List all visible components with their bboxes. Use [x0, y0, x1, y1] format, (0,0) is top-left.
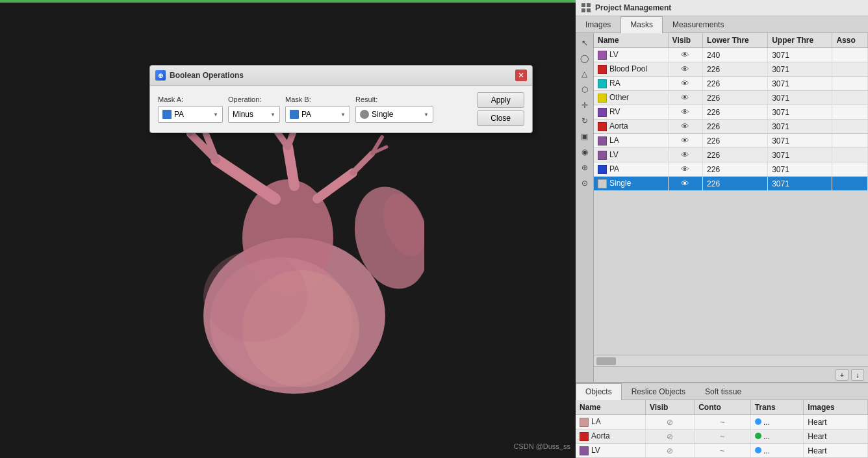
mask-name: Single — [594, 177, 668, 191]
mask-visible[interactable]: 👁 — [668, 77, 702, 91]
svg-line-14 — [317, 173, 353, 199]
eye-icon: 👁 — [681, 79, 689, 88]
mask-visible[interactable]: 👁 — [668, 177, 702, 191]
object-row[interactable]: LA⊘~ ...Heart — [576, 415, 868, 429]
eye-icon: 👁 — [681, 164, 689, 174]
main-content: ↖ ◯ △ ⬡ ✛ ↻ ▣ ◉ ⊕ ⊙ Name V — [576, 33, 868, 382]
mask-visible[interactable]: 👁 — [668, 148, 702, 162]
mask-visible[interactable]: 👁 — [668, 134, 702, 148]
object-visible[interactable]: ⊘ — [645, 415, 694, 429]
eye-icon: 👁 — [681, 179, 689, 188]
masks-scrollbar[interactable] — [594, 355, 868, 366]
mask-visible[interactable]: 👁 — [668, 48, 702, 62]
object-visible[interactable]: ⊘ — [645, 429, 694, 444]
add-mask-button[interactable]: + — [836, 369, 849, 381]
object-row[interactable]: Aorta⊘~ ...Heart — [576, 429, 868, 444]
mask-visible[interactable]: 👁 — [668, 120, 702, 134]
sidebar-icon-box[interactable]: ⬡ — [578, 83, 592, 97]
tab-images[interactable]: Images — [576, 16, 620, 32]
object-trans[interactable]: ... — [750, 429, 804, 444]
mask-row[interactable]: RV👁2263071 — [594, 105, 868, 120]
mask-row[interactable]: RA👁2263071 — [594, 77, 868, 91]
sidebar-icon-rotate[interactable]: ↻ — [578, 114, 592, 128]
sidebar-icon-move[interactable]: ✛ — [578, 98, 592, 112]
obj-col-contour: Conto — [695, 400, 750, 415]
col-visible: Visib — [668, 33, 702, 48]
sidebar-icon-plus[interactable]: ⊕ — [578, 160, 592, 175]
mask-a-select[interactable]: PA ▼ — [158, 106, 223, 123]
mask-color-dot — [598, 51, 607, 60]
sidebar-icon-camera[interactable]: ⊙ — [578, 176, 592, 190]
object-trans[interactable]: ... — [750, 415, 804, 429]
col-lower: Lower Thre — [703, 33, 768, 48]
sidebar-icon-triangle[interactable]: △ — [578, 67, 592, 81]
col-upper: Upper Thre — [768, 33, 832, 48]
object-name: Aorta — [576, 429, 645, 444]
mask-name: Other — [594, 91, 668, 105]
mask-row[interactable]: Other👁2263071 — [594, 91, 868, 105]
object-visible[interactable]: ⊘ — [645, 444, 694, 458]
scroll-thumb[interactable] — [596, 357, 616, 365]
tab-masks[interactable]: Masks — [620, 16, 663, 33]
mask-row[interactable]: Aorta👁2263071 — [594, 120, 868, 134]
mask-name: RV — [594, 105, 668, 120]
mask-lower: 226 — [703, 91, 768, 105]
mask-visible[interactable]: 👁 — [668, 91, 702, 105]
object-name: LV — [576, 444, 645, 458]
mask-visible[interactable]: 👁 — [668, 105, 702, 120]
mask-color-dot — [598, 165, 607, 174]
object-trans[interactable]: ... — [750, 444, 804, 458]
mask-name: LV — [594, 148, 668, 162]
tab-reslice[interactable]: Reslice Objects — [622, 383, 695, 400]
tab-soft-tissue[interactable]: Soft tissue — [695, 383, 751, 400]
result-select[interactable]: Single ▼ — [355, 106, 433, 123]
mask-upper: 3071 — [768, 134, 832, 148]
operation-value: Minus — [233, 110, 268, 119]
mask-name: Aorta — [594, 120, 668, 134]
mask-row[interactable]: LV👁2263071 — [594, 148, 868, 162]
sidebar-icon-cube[interactable]: ▣ — [578, 129, 592, 144]
dialog-body: Mask A: PA ▼ Operation: Minus ▼ Mask B: — [150, 86, 532, 133]
mask-upper: 3071 — [768, 148, 832, 162]
dialog-title-text: Boolean Operations — [170, 71, 244, 80]
mask-row[interactable]: LA👁2263071 — [594, 134, 868, 148]
object-contour[interactable]: ~ — [695, 444, 750, 458]
mask-visible[interactable]: 👁 — [668, 62, 702, 77]
mask-assoc — [832, 105, 868, 120]
close-button[interactable]: Close — [477, 110, 524, 126]
dialog-close-button[interactable]: ✕ — [515, 70, 527, 81]
apply-button[interactable]: Apply — [477, 92, 524, 108]
mask-color-dot — [598, 179, 607, 188]
result-value: Single — [372, 110, 421, 119]
mask-assoc — [832, 48, 868, 62]
mask-row[interactable]: PA👁2263071 — [594, 162, 868, 177]
mask-lower: 226 — [703, 105, 768, 120]
operation-label: Operation: — [228, 95, 280, 103]
operation-select[interactable]: Minus ▼ — [228, 106, 280, 123]
viewport-3d: ⊕ Boolean Operations ✕ Mask A: PA ▼ Oper… — [0, 0, 576, 458]
mask-upper: 3071 — [768, 177, 832, 191]
object-row[interactable]: LV⊘~ ...Heart — [576, 444, 868, 458]
boolean-operations-dialog: ⊕ Boolean Operations ✕ Mask A: PA ▼ Oper… — [149, 65, 533, 133]
trans-color-dot — [755, 447, 761, 453]
mask-row[interactable]: LV👁2403071 — [594, 48, 868, 62]
mask-color-dot — [598, 122, 607, 131]
download-button[interactable]: ↓ — [851, 369, 864, 381]
mask-assoc — [832, 77, 868, 91]
sidebar-icon-circle[interactable]: ◯ — [578, 51, 592, 66]
sidebar-icon-arrow[interactable]: ↖ — [578, 36, 592, 50]
tab-measurements[interactable]: Measurements — [663, 16, 734, 32]
sidebar-icon-eye[interactable]: ◉ — [578, 145, 592, 159]
mask-lower: 226 — [703, 120, 768, 134]
mask-b-select[interactable]: PA ▼ — [285, 106, 350, 123]
mask-b-arrow: ▼ — [340, 112, 346, 118]
mask-row[interactable]: Single👁2263071 — [594, 177, 868, 191]
mask-visible[interactable]: 👁 — [668, 162, 702, 177]
mask-row[interactable]: Blood Pool👁2263071 — [594, 62, 868, 77]
svg-point-23 — [203, 251, 307, 342]
object-color-dot — [580, 446, 589, 455]
object-contour[interactable]: ~ — [695, 429, 750, 444]
mask-a-value: PA — [174, 110, 211, 119]
tab-objects[interactable]: Objects — [576, 383, 622, 400]
object-contour[interactable]: ~ — [695, 415, 750, 429]
